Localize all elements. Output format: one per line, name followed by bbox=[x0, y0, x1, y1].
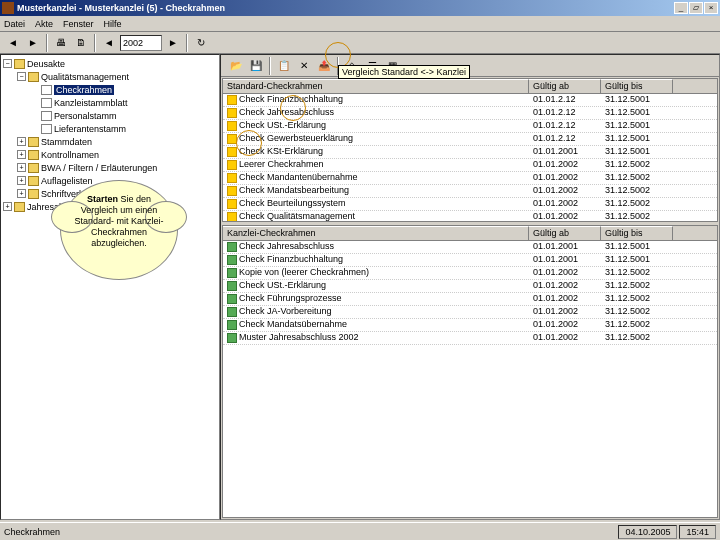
folder-icon bbox=[28, 72, 39, 82]
minimize-button[interactable]: _ bbox=[674, 2, 688, 14]
list-row[interactable]: Check Mandatsübernahme01.01.200231.12.50… bbox=[223, 319, 717, 332]
status-bullet-icon bbox=[227, 294, 237, 304]
status-bullet-icon bbox=[227, 173, 237, 183]
toolbar-separator bbox=[94, 34, 96, 52]
tree-item[interactable]: Lieferantenstamm bbox=[54, 124, 126, 134]
list-row[interactable]: Check Qualitätsmanagement01.01.200231.12… bbox=[223, 211, 717, 222]
nav-fwd-button[interactable]: ► bbox=[24, 34, 42, 52]
tree-item[interactable]: Kanzleistammblatt bbox=[54, 98, 128, 108]
main-area: −Deusakte −Qualitätsmanagement Checkrahm… bbox=[0, 54, 720, 520]
toolbar-separator bbox=[269, 57, 271, 75]
list-row[interactable]: Check USt.-Erklärung01.01.200231.12.5002 bbox=[223, 280, 717, 293]
window-buttons: _ ▱ × bbox=[674, 2, 718, 14]
col-name[interactable]: Kanzlei-Checkrahmen bbox=[223, 226, 529, 240]
expand-icon[interactable]: − bbox=[17, 72, 26, 81]
maximize-button[interactable]: ▱ bbox=[689, 2, 703, 14]
expand-icon[interactable]: + bbox=[3, 202, 12, 211]
main-toolbar: ◄ ► 🖶 🗎 ◄ ► ↻ bbox=[0, 32, 720, 54]
folder-icon bbox=[28, 150, 39, 160]
status-bullet-icon bbox=[227, 307, 237, 317]
open-button[interactable]: 📂 bbox=[227, 57, 245, 75]
print-button[interactable]: 🖶 bbox=[52, 34, 70, 52]
preview-button[interactable]: 🗎 bbox=[72, 34, 90, 52]
list-row[interactable]: Check Mandatsbearbeitung01.01.200231.12.… bbox=[223, 185, 717, 198]
titlebar: Musterkanzlei - Musterkanzlei (5) - Chec… bbox=[0, 0, 720, 16]
folder-icon bbox=[28, 189, 39, 199]
list-row[interactable]: Muster Jahresabschluss 200201.01.200231.… bbox=[223, 332, 717, 345]
tree-item[interactable]: Kontrollnamen bbox=[41, 150, 99, 160]
col-to[interactable]: Gültig bis bbox=[601, 226, 673, 240]
expand-icon[interactable]: + bbox=[17, 163, 26, 172]
col-name[interactable]: Standard-Checkrahmen bbox=[223, 79, 529, 93]
app-icon bbox=[2, 2, 14, 14]
status-time: 15:41 bbox=[679, 525, 716, 539]
status-bullet-icon bbox=[227, 255, 237, 265]
list-row[interactable]: Check Beurteilungssystem01.01.200231.12.… bbox=[223, 198, 717, 211]
expand-icon[interactable]: + bbox=[17, 137, 26, 146]
list-row[interactable]: Check Mandantenübernahme01.01.200231.12.… bbox=[223, 172, 717, 185]
status-bullet-icon bbox=[227, 199, 237, 209]
kanzlei-list: Kanzlei-Checkrahmen Gültig ab Gültig bis… bbox=[222, 225, 718, 518]
col-to[interactable]: Gültig bis bbox=[601, 79, 673, 93]
page-icon bbox=[41, 111, 52, 121]
folder-icon bbox=[28, 176, 39, 186]
menu-fenster[interactable]: Fenster bbox=[63, 19, 94, 29]
status-bullet-icon bbox=[227, 108, 237, 118]
window-title: Musterkanzlei - Musterkanzlei (5) - Chec… bbox=[17, 3, 674, 13]
status-bullet-icon bbox=[227, 242, 237, 252]
nav-back-button[interactable]: ◄ bbox=[4, 34, 22, 52]
menu-hilfe[interactable]: Hilfe bbox=[104, 19, 122, 29]
content-pane: 📂 💾 📋 ✕ 📤 ◇ ☰ ▦ Standard-Checkrahmen Gül… bbox=[220, 54, 720, 520]
copy-button[interactable]: 📋 bbox=[275, 57, 293, 75]
tree-item[interactable]: Qualitätsmanagement bbox=[41, 72, 129, 82]
list-row[interactable]: Check JA-Vorbereitung01.01.200231.12.500… bbox=[223, 306, 717, 319]
status-bullet-icon bbox=[227, 281, 237, 291]
menu-datei[interactable]: Datei bbox=[4, 19, 25, 29]
list-header: Standard-Checkrahmen Gültig ab Gültig bi… bbox=[223, 79, 717, 94]
statusbar: Checkrahmen 04.10.2005 15:41 bbox=[0, 522, 720, 540]
menu-akte[interactable]: Akte bbox=[35, 19, 53, 29]
callout-balloon: Starten Sie den Vergleich um einen Stand… bbox=[60, 180, 178, 280]
expand-icon[interactable]: + bbox=[17, 176, 26, 185]
status-bullet-icon bbox=[227, 186, 237, 196]
folder-icon bbox=[28, 137, 39, 147]
tree-item-selected[interactable]: Checkrahmen bbox=[54, 85, 114, 95]
list-row[interactable]: Check Finanzbuchhaltung01.01.200131.12.5… bbox=[223, 254, 717, 267]
status-date: 04.10.2005 bbox=[618, 525, 677, 539]
tree-root[interactable]: Deusakte bbox=[27, 59, 65, 69]
next-year-button[interactable]: ► bbox=[164, 34, 182, 52]
refresh-button[interactable]: ↻ bbox=[192, 34, 210, 52]
status-bullet-icon bbox=[227, 268, 237, 278]
highlight-circle bbox=[280, 95, 306, 121]
col-from[interactable]: Gültig ab bbox=[529, 226, 601, 240]
list-row[interactable]: Check KSt-Erklärung01.01.200131.12.5001 bbox=[223, 146, 717, 159]
toolbar-separator bbox=[46, 34, 48, 52]
highlight-circle bbox=[236, 130, 262, 156]
save-button[interactable]: 💾 bbox=[247, 57, 265, 75]
list-row[interactable]: Check USt.-Erklärung01.01.2.1231.12.5001 bbox=[223, 120, 717, 133]
status-text: Checkrahmen bbox=[4, 527, 616, 537]
year-input[interactable] bbox=[120, 35, 162, 51]
tree-item[interactable]: BWA / Filtern / Erläuterungen bbox=[41, 163, 157, 173]
prev-year-button[interactable]: ◄ bbox=[100, 34, 118, 52]
tree-item[interactable]: Personalstamm bbox=[54, 111, 117, 121]
status-bullet-icon bbox=[227, 320, 237, 330]
list-row[interactable]: Check Gewerbsteuerklärung01.01.2.1231.12… bbox=[223, 133, 717, 146]
list-row[interactable]: Check Führungsprozesse01.01.200231.12.50… bbox=[223, 293, 717, 306]
status-bullet-icon bbox=[227, 121, 237, 131]
close-button[interactable]: × bbox=[704, 2, 718, 14]
expand-icon[interactable]: + bbox=[17, 189, 26, 198]
status-bullet-icon bbox=[227, 95, 237, 105]
toolbar-separator bbox=[186, 34, 188, 52]
callout-text: Starten Sie den Vergleich um einen Stand… bbox=[60, 180, 178, 263]
list-row[interactable]: Kopie von (leerer Checkrahmen)01.01.2002… bbox=[223, 267, 717, 280]
list-row[interactable]: Leerer Checkrahmen01.01.200231.12.5002 bbox=[223, 159, 717, 172]
delete-button[interactable]: ✕ bbox=[295, 57, 313, 75]
expand-icon[interactable]: + bbox=[17, 150, 26, 159]
list-row[interactable]: Check Jahresabschluss01.01.200131.12.500… bbox=[223, 241, 717, 254]
tooltip: Vergleich Standard <-> Kanzlei bbox=[338, 65, 470, 79]
expand-icon[interactable]: − bbox=[3, 59, 12, 68]
col-from[interactable]: Gültig ab bbox=[529, 79, 601, 93]
tree-item[interactable]: Stammdaten bbox=[41, 137, 92, 147]
folder-icon bbox=[28, 163, 39, 173]
